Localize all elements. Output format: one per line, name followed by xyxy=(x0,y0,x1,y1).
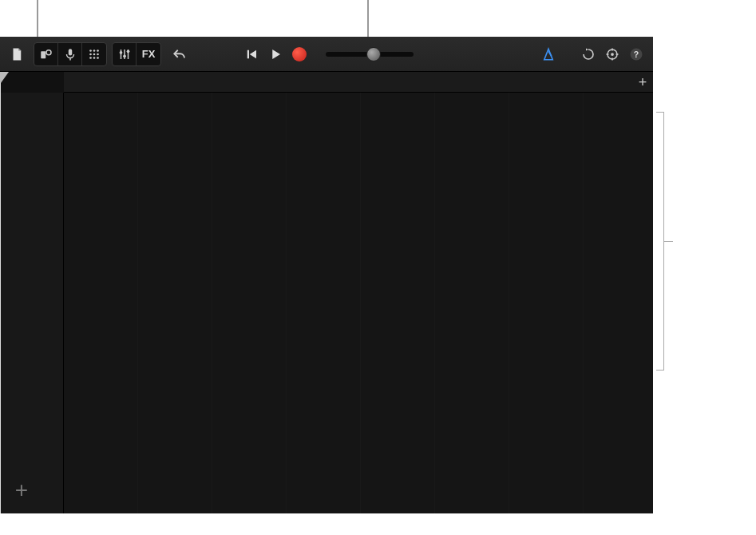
go-to-beginning-button[interactable] xyxy=(239,43,263,65)
svg-point-9 xyxy=(97,53,99,55)
play-button[interactable] xyxy=(263,43,287,65)
track-controls-button[interactable] xyxy=(113,43,137,65)
bar-ruler[interactable]: + xyxy=(64,72,653,93)
browser-group xyxy=(34,42,107,66)
svg-point-17 xyxy=(123,54,126,57)
instrument-browser-button[interactable] xyxy=(34,43,58,65)
svg-point-6 xyxy=(97,50,99,52)
loop-browser-button[interactable] xyxy=(82,43,106,65)
track-headers: + xyxy=(0,93,64,513)
garageband-window: FX xyxy=(0,37,653,513)
settings-button[interactable] xyxy=(600,43,624,65)
svg-point-18 xyxy=(126,50,129,53)
add-section-button[interactable]: + xyxy=(635,75,650,89)
record-icon xyxy=(292,47,307,61)
master-volume-slider[interactable] xyxy=(326,52,414,57)
tracks-area[interactable] xyxy=(64,93,653,513)
svg-rect-0 xyxy=(41,51,46,58)
toolbar: FX xyxy=(0,37,653,72)
svg-point-11 xyxy=(93,57,96,59)
my-songs-button[interactable] xyxy=(5,43,29,65)
svg-point-10 xyxy=(89,57,92,59)
undo-button[interactable] xyxy=(168,43,192,65)
svg-rect-19 xyxy=(247,50,249,58)
fx-button[interactable]: FX xyxy=(137,43,160,65)
microphone-button[interactable] xyxy=(58,43,82,65)
svg-point-8 xyxy=(93,53,96,55)
svg-rect-2 xyxy=(68,49,72,55)
svg-point-1 xyxy=(46,50,51,54)
svg-text:?: ? xyxy=(634,49,639,58)
help-button[interactable]: ? xyxy=(624,43,648,65)
svg-point-22 xyxy=(611,53,614,56)
svg-point-4 xyxy=(89,50,92,52)
loop-button[interactable] xyxy=(576,43,600,65)
record-button[interactable] xyxy=(287,43,311,65)
metronome-button[interactable] xyxy=(536,43,560,65)
controls-group: FX xyxy=(112,42,161,66)
svg-point-16 xyxy=(119,50,122,54)
add-track-button[interactable]: + xyxy=(8,477,35,504)
volume-thumb[interactable] xyxy=(366,47,381,61)
svg-point-7 xyxy=(89,53,92,55)
svg-point-5 xyxy=(93,50,96,52)
svg-point-12 xyxy=(97,57,99,59)
